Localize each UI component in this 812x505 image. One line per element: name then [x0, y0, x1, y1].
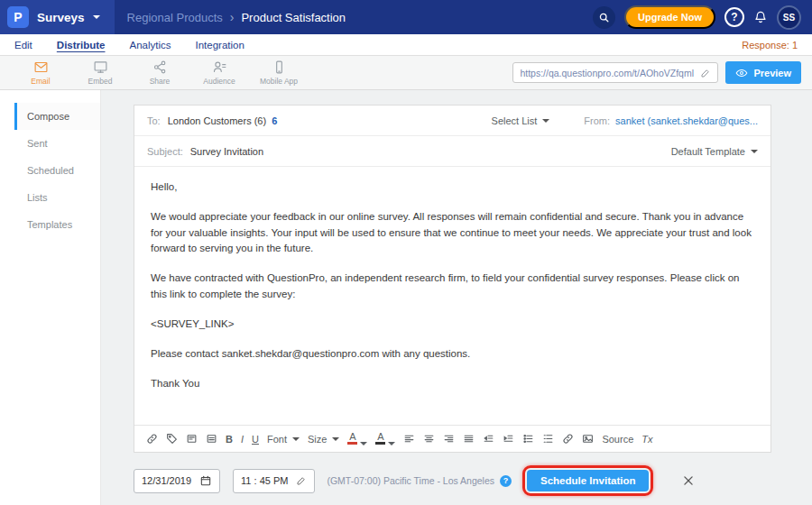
survey-url-text: https://qa.questionpro.com/t/AOhoVZfqml: [520, 68, 696, 78]
cancel-schedule-button[interactable]: [682, 474, 695, 487]
recipient-count[interactable]: 6: [272, 115, 277, 126]
email-sidebar: Compose Sent Scheduled Lists Templates: [0, 90, 101, 505]
sidebar-item-lists[interactable]: Lists: [14, 184, 100, 211]
channel-mobile-app[interactable]: Mobile App: [249, 60, 309, 86]
eye-icon: [735, 67, 748, 79]
font-dropdown[interactable]: Font: [267, 434, 300, 445]
breadcrumb-current: Product Satisfaction: [241, 11, 346, 24]
app-root: P Surveys Regional Products › Product Sa…: [0, 0, 812, 505]
body-paragraph: Thank You: [151, 376, 754, 392]
email-body-editor[interactable]: Hello, We would appreciate your feedback…: [134, 167, 770, 418]
align-center-icon[interactable]: [423, 433, 435, 445]
underline-button[interactable]: U: [252, 434, 259, 445]
italic-button[interactable]: I: [241, 434, 244, 445]
body-paragraph: Hello,: [151, 179, 754, 196]
sidebar-item-compose[interactable]: Compose: [14, 103, 100, 130]
outdent-icon[interactable]: [483, 433, 494, 445]
upgrade-now-button[interactable]: Upgrade Now: [624, 5, 715, 29]
indent-icon[interactable]: [503, 433, 514, 445]
numbered-list-icon[interactable]: [542, 433, 554, 445]
size-dropdown-label: Size: [308, 434, 327, 445]
calendar-icon[interactable]: [199, 474, 212, 487]
select-list-dropdown[interactable]: Select List: [492, 115, 550, 126]
from-value[interactable]: sanket (sanket.shekdar@ques...: [615, 115, 758, 126]
schedule-invitation-button[interactable]: Schedule Invitation: [527, 470, 649, 491]
subject-row: Subject: Survey Invitation Default Templ…: [134, 136, 770, 167]
sidebar-item-sent[interactable]: Sent: [14, 130, 100, 157]
timezone-value: (GMT-07:00) Pacific Time - Los Angeles: [327, 475, 494, 486]
template-panel-icon[interactable]: [186, 433, 198, 445]
schedule-time-field[interactable]: 11 : 45 PM: [233, 469, 315, 493]
body-paragraph: <SURVEY_LINK>: [151, 317, 754, 333]
schedule-row: 12/31/2019 11 : 45 PM (GMT-07:00) Pacifi…: [134, 465, 695, 496]
chevron-down-icon: [93, 15, 100, 19]
channel-label: Embed: [88, 77, 113, 86]
search-button[interactable]: [593, 6, 615, 29]
background-color-button[interactable]: A: [375, 433, 395, 445]
tag-icon[interactable]: [166, 433, 178, 445]
product-switcher[interactable]: P Surveys: [0, 0, 115, 34]
user-avatar[interactable]: SS: [777, 5, 801, 30]
channel-audience[interactable]: Audience: [189, 60, 249, 86]
channel-embed[interactable]: Embed: [70, 60, 130, 86]
product-name: Surveys: [37, 11, 85, 24]
unlink-icon[interactable]: [146, 433, 158, 445]
template-dropdown[interactable]: Default Template: [671, 146, 758, 157]
link-icon[interactable]: [562, 433, 574, 445]
breadcrumb-parent[interactable]: Regional Products: [127, 11, 223, 24]
tab-integration[interactable]: Integration: [196, 40, 245, 50]
tab-distribute[interactable]: Distribute: [57, 40, 106, 50]
align-right-icon[interactable]: [443, 433, 455, 445]
edit-time-pencil-icon[interactable]: [296, 475, 307, 486]
snippet-panel-icon[interactable]: [206, 433, 217, 445]
questionpro-logo-icon: P: [7, 6, 29, 28]
tab-edit[interactable]: Edit: [14, 40, 32, 50]
share-icon: [152, 60, 168, 75]
mobile-icon: [272, 60, 287, 75]
to-value: London Customers (6): [168, 115, 266, 126]
edit-url-pencil-icon[interactable]: [700, 68, 711, 78]
rich-text-toolbar: B I U Font Size A A: [134, 425, 770, 452]
source-button[interactable]: Source: [602, 434, 633, 445]
image-icon[interactable]: [582, 433, 594, 445]
size-dropdown[interactable]: Size: [308, 434, 339, 445]
topbar: P Surveys Regional Products › Product Sa…: [0, 0, 812, 34]
schedule-date-field[interactable]: 12/31/2019: [134, 469, 220, 493]
chevron-down-icon: [360, 442, 367, 445]
from-label: From:: [584, 115, 610, 126]
bold-button[interactable]: B: [226, 434, 233, 445]
search-icon: [598, 12, 610, 23]
notifications-bell-button[interactable]: [753, 10, 768, 24]
compose-card: To: London Customers (6) 6 Select List F…: [134, 105, 771, 453]
audience-icon: [212, 60, 227, 75]
chevron-down-icon: [292, 437, 300, 441]
chevron-down-icon: [388, 442, 395, 445]
channel-label: Mobile App: [260, 77, 298, 86]
channel-email[interactable]: Email: [11, 60, 70, 86]
preview-button[interactable]: Preview: [725, 61, 801, 84]
chevron-down-icon: [332, 437, 339, 441]
chevron-down-icon: [751, 150, 758, 153]
channel-share[interactable]: Share: [130, 60, 189, 86]
email-icon: [33, 60, 49, 75]
response-count[interactable]: Response: 1: [742, 40, 798, 50]
align-left-icon[interactable]: [403, 433, 415, 445]
text-color-button[interactable]: A: [347, 433, 367, 445]
bg-color-letter: A: [377, 432, 383, 442]
align-justify-icon[interactable]: [463, 433, 475, 445]
subject-label: Subject:: [147, 146, 183, 157]
clear-formatting-button[interactable]: Tx: [641, 434, 652, 445]
font-dropdown-label: Font: [267, 434, 287, 445]
help-button[interactable]: ?: [724, 7, 744, 27]
survey-url-field[interactable]: https://qa.questionpro.com/t/AOhoVZfqml: [512, 62, 718, 83]
subject-value[interactable]: Survey Invitation: [190, 146, 263, 157]
timezone-help-button[interactable]: ?: [500, 475, 512, 487]
channel-label: Email: [31, 77, 50, 86]
sidebar-item-scheduled[interactable]: Scheduled: [14, 157, 100, 184]
tab-analytics[interactable]: Analytics: [130, 40, 171, 50]
text-color-letter: A: [349, 432, 355, 442]
sidebar-item-templates[interactable]: Templates: [14, 211, 100, 238]
channel-label: Audience: [203, 77, 235, 86]
chevron-down-icon: [542, 119, 549, 123]
bullet-list-icon[interactable]: [522, 433, 534, 445]
